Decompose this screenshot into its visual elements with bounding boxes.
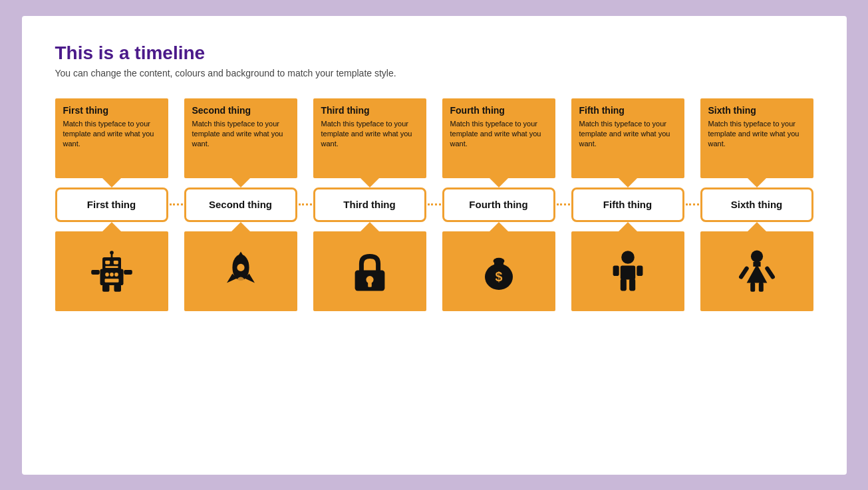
callout-first-title: First thing bbox=[63, 105, 160, 116]
svg-text:$: $ bbox=[495, 269, 502, 284]
node-fourth: Fourth thing bbox=[442, 187, 555, 222]
svg-point-13 bbox=[110, 273, 114, 277]
svg-rect-38 bbox=[750, 282, 755, 291]
lock-icon bbox=[347, 248, 393, 295]
timeline-container: First thing Match this typeface to your … bbox=[55, 98, 813, 311]
svg-point-7 bbox=[110, 251, 114, 255]
node-fifth-label: Fifth thing bbox=[598, 195, 657, 214]
svg-line-41 bbox=[767, 268, 772, 277]
connector-2-3 bbox=[299, 203, 312, 205]
callout-third: Third thing Match this typeface to your … bbox=[313, 98, 426, 178]
svg-rect-39 bbox=[758, 282, 763, 291]
callout-fifth-text: Match this typeface to your template and… bbox=[579, 119, 676, 150]
svg-rect-24 bbox=[368, 281, 372, 287]
node-fourth-label: Fourth thing bbox=[464, 195, 533, 214]
icon-box-sixth bbox=[700, 231, 813, 311]
slide-title: This is a timeline bbox=[55, 43, 813, 64]
callout-fourth: Fourth thing Match this typeface to your… bbox=[442, 98, 555, 178]
node-first: First thing bbox=[55, 187, 168, 222]
node-fifth: Fifth thing bbox=[571, 187, 684, 222]
svg-rect-9 bbox=[124, 269, 132, 274]
svg-rect-11 bbox=[114, 284, 121, 291]
icon-box-first bbox=[55, 231, 168, 311]
svg-rect-32 bbox=[629, 279, 635, 291]
callout-third-title: Third thing bbox=[321, 105, 418, 116]
node-first-label: First thing bbox=[82, 195, 141, 214]
svg-rect-2 bbox=[108, 268, 114, 271]
slide: This is a timeline You can change the co… bbox=[22, 16, 847, 475]
callout-third-text: Match this typeface to your template and… bbox=[321, 119, 418, 150]
callout-fourth-text: Match this typeface to your template and… bbox=[450, 119, 547, 150]
svg-rect-0 bbox=[100, 269, 123, 285]
svg-rect-33 bbox=[613, 265, 619, 275]
node-sixth: Sixth thing bbox=[700, 187, 813, 222]
svg-rect-8 bbox=[91, 269, 100, 274]
node-second: Second thing bbox=[184, 187, 297, 222]
node-second-label: Second thing bbox=[204, 195, 277, 214]
svg-rect-5 bbox=[105, 266, 118, 268]
connector-3-4 bbox=[428, 203, 441, 205]
svg-point-29 bbox=[621, 251, 635, 264]
icon-box-fourth: $ bbox=[442, 231, 555, 311]
connector-1-2 bbox=[170, 203, 183, 205]
top-row: First thing Match this typeface to your … bbox=[55, 98, 813, 178]
middle-row: First thing Second thing Third thing Fou… bbox=[55, 187, 813, 222]
rocket-icon bbox=[217, 248, 264, 295]
svg-point-21 bbox=[236, 277, 245, 290]
connector-4-5 bbox=[557, 203, 570, 205]
svg-marker-36 bbox=[746, 264, 767, 283]
callout-fourth-title: Fourth thing bbox=[450, 105, 547, 116]
icon-box-fifth bbox=[571, 231, 684, 311]
callout-second-title: Second thing bbox=[192, 105, 289, 116]
icon-box-second bbox=[184, 231, 297, 311]
person-male-icon bbox=[605, 248, 651, 295]
callout-first-text: Match this typeface to your template and… bbox=[63, 119, 160, 150]
icon-box-third bbox=[313, 231, 426, 311]
svg-point-20 bbox=[237, 263, 244, 271]
svg-rect-37 bbox=[753, 262, 760, 267]
callout-sixth: Sixth thing Match this typeface to your … bbox=[700, 98, 813, 178]
callout-fifth-title: Fifth thing bbox=[579, 105, 676, 116]
svg-rect-31 bbox=[620, 279, 626, 291]
node-sixth-label: Sixth thing bbox=[726, 195, 788, 214]
svg-point-14 bbox=[114, 273, 118, 277]
callout-second-text: Match this typeface to your template and… bbox=[192, 119, 289, 150]
callout-first: First thing Match this typeface to your … bbox=[55, 98, 168, 178]
callout-sixth-text: Match this typeface to your template and… bbox=[708, 119, 805, 150]
svg-rect-30 bbox=[620, 265, 635, 279]
svg-rect-34 bbox=[637, 265, 643, 275]
person-female-icon bbox=[734, 248, 780, 295]
svg-point-35 bbox=[750, 250, 762, 262]
money-icon: $ bbox=[476, 248, 522, 295]
svg-rect-10 bbox=[102, 284, 110, 291]
svg-rect-15 bbox=[104, 279, 118, 283]
callout-sixth-title: Sixth thing bbox=[708, 105, 805, 116]
node-third: Third thing bbox=[313, 187, 426, 222]
svg-rect-4 bbox=[113, 260, 118, 264]
connector-5-6 bbox=[686, 203, 699, 205]
callout-second: Second thing Match this typeface to your… bbox=[184, 98, 297, 178]
svg-line-40 bbox=[741, 268, 746, 277]
node-third-label: Third thing bbox=[338, 195, 400, 214]
slide-subtitle: You can change the content, colours and … bbox=[55, 68, 813, 78]
robot-icon bbox=[88, 248, 135, 295]
svg-point-27 bbox=[493, 257, 504, 264]
bottom-row: $ bbox=[55, 231, 813, 311]
svg-point-12 bbox=[105, 273, 109, 277]
svg-rect-3 bbox=[105, 260, 110, 264]
callout-fifth: Fifth thing Match this typeface to your … bbox=[571, 98, 684, 178]
